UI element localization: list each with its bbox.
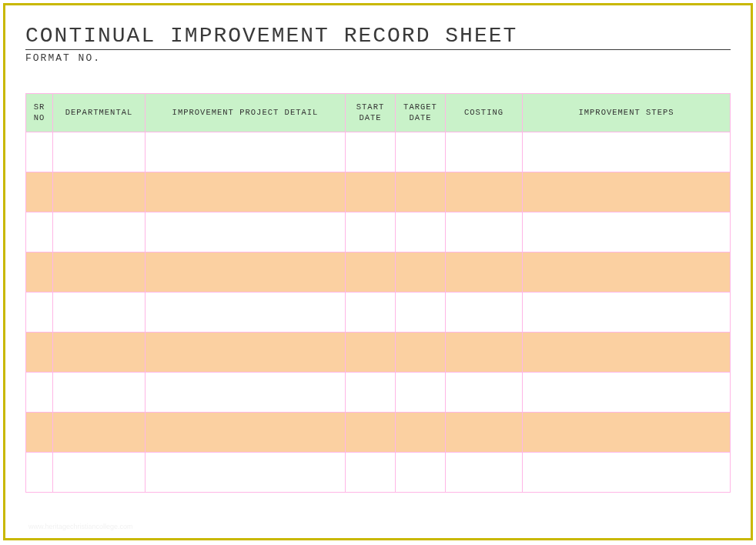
- cell-steps[interactable]: [523, 212, 731, 252]
- table-row: [26, 333, 731, 373]
- cell-steps[interactable]: [523, 293, 731, 333]
- cell-target[interactable]: [396, 373, 446, 413]
- col-header-target-date: TARGET DATE: [396, 94, 446, 132]
- format-number-label: FORMAT NO.: [25, 52, 731, 64]
- cell-dept[interactable]: [53, 132, 146, 172]
- cell-steps[interactable]: [523, 333, 731, 373]
- table-row: [26, 172, 731, 212]
- cell-dept[interactable]: [53, 212, 146, 252]
- cell-project[interactable]: [146, 373, 346, 413]
- cell-sr[interactable]: [26, 132, 53, 172]
- page-title: CONTINUAL IMPROVEMENT RECORD SHEET: [25, 24, 731, 50]
- cell-start[interactable]: [346, 212, 396, 252]
- cell-sr[interactable]: [26, 333, 53, 373]
- cell-cost[interactable]: [446, 132, 523, 172]
- cell-cost[interactable]: [446, 413, 523, 453]
- col-header-dept: DEPARTMENTAL: [53, 94, 146, 132]
- cell-sr[interactable]: [26, 373, 53, 413]
- table-row: [26, 413, 731, 453]
- table-row: [26, 453, 731, 493]
- cell-dept[interactable]: [53, 413, 146, 453]
- cell-start[interactable]: [346, 453, 396, 493]
- cell-dept[interactable]: [53, 293, 146, 333]
- table-row: [26, 212, 731, 252]
- cell-cost[interactable]: [446, 453, 523, 493]
- cell-start[interactable]: [346, 293, 396, 333]
- cell-sr[interactable]: [26, 252, 53, 293]
- cell-steps[interactable]: [523, 453, 731, 493]
- cell-project[interactable]: [146, 132, 346, 172]
- table-row: [26, 293, 731, 333]
- col-header-start-date: START DATE: [346, 94, 396, 132]
- page-frame: CONTINUAL IMPROVEMENT RECORD SHEET FORMA…: [3, 3, 753, 540]
- cell-project[interactable]: [146, 172, 346, 212]
- col-header-steps: IMPROVEMENT STEPS: [523, 94, 731, 132]
- cell-start[interactable]: [346, 132, 396, 172]
- cell-cost[interactable]: [446, 293, 523, 333]
- cell-dept[interactable]: [53, 373, 146, 413]
- cell-sr[interactable]: [26, 413, 53, 453]
- watermark: www.heritagechristiancollege.com: [28, 523, 133, 530]
- cell-target[interactable]: [396, 413, 446, 453]
- cell-cost[interactable]: [446, 172, 523, 212]
- table-row: [26, 373, 731, 413]
- cell-dept[interactable]: [53, 453, 146, 493]
- cell-sr[interactable]: [26, 293, 53, 333]
- cell-cost[interactable]: [446, 252, 523, 293]
- cell-project[interactable]: [146, 293, 346, 333]
- cell-start[interactable]: [346, 333, 396, 373]
- cell-sr[interactable]: [26, 453, 53, 493]
- cell-sr[interactable]: [26, 212, 53, 252]
- cell-dept[interactable]: [53, 333, 146, 373]
- cell-steps[interactable]: [523, 132, 731, 172]
- cell-target[interactable]: [396, 252, 446, 293]
- cell-project[interactable]: [146, 212, 346, 252]
- cell-cost[interactable]: [446, 373, 523, 413]
- cell-target[interactable]: [396, 172, 446, 212]
- table-header-row: SR NO DEPARTMENTAL IMPROVEMENT PROJECT D…: [26, 94, 731, 132]
- table-body: [26, 132, 731, 493]
- cell-project[interactable]: [146, 333, 346, 373]
- col-header-sr: SR NO: [26, 94, 53, 132]
- record-table: SR NO DEPARTMENTAL IMPROVEMENT PROJECT D…: [25, 93, 731, 493]
- cell-project[interactable]: [146, 252, 346, 293]
- cell-target[interactable]: [396, 212, 446, 252]
- cell-steps[interactable]: [523, 172, 731, 212]
- cell-start[interactable]: [346, 172, 396, 212]
- cell-project[interactable]: [146, 453, 346, 493]
- cell-dept[interactable]: [53, 172, 146, 212]
- cell-steps[interactable]: [523, 252, 731, 293]
- cell-cost[interactable]: [446, 212, 523, 252]
- cell-start[interactable]: [346, 413, 396, 453]
- col-header-costing: COSTING: [446, 94, 523, 132]
- cell-target[interactable]: [396, 132, 446, 172]
- cell-start[interactable]: [346, 252, 396, 293]
- record-table-wrap: SR NO DEPARTMENTAL IMPROVEMENT PROJECT D…: [25, 93, 731, 493]
- cell-cost[interactable]: [446, 333, 523, 373]
- cell-steps[interactable]: [523, 413, 731, 453]
- table-row: [26, 132, 731, 172]
- cell-dept[interactable]: [53, 252, 146, 293]
- cell-start[interactable]: [346, 373, 396, 413]
- cell-target[interactable]: [396, 333, 446, 373]
- cell-steps[interactable]: [523, 373, 731, 413]
- cell-sr[interactable]: [26, 172, 53, 212]
- cell-target[interactable]: [396, 293, 446, 333]
- col-header-project: IMPROVEMENT PROJECT DETAIL: [146, 94, 346, 132]
- table-row: [26, 252, 731, 293]
- cell-target[interactable]: [396, 453, 446, 493]
- cell-project[interactable]: [146, 413, 346, 453]
